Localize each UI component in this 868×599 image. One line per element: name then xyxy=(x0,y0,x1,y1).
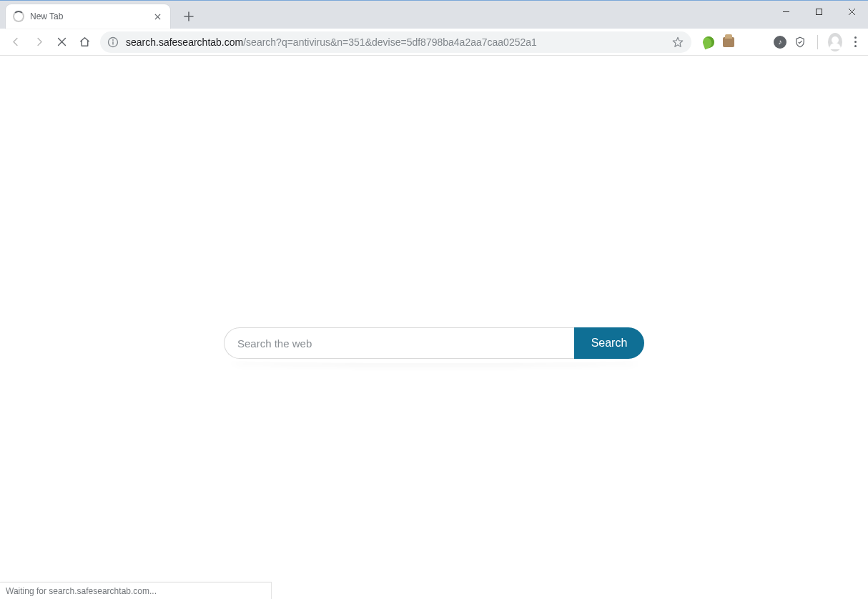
tab-title: New Tab xyxy=(30,11,152,21)
tab-strip: New Tab xyxy=(0,1,199,29)
url-host: search.safesearchtab.com xyxy=(126,36,243,48)
extension-music-icon[interactable]: ♪ xyxy=(773,35,787,49)
extension-green-icon[interactable] xyxy=(701,35,716,49)
window-controls xyxy=(769,1,868,22)
search-button[interactable]: Search xyxy=(574,327,644,359)
window-close-button[interactable] xyxy=(835,1,868,22)
status-text: Waiting for search.safesearchtab.com... xyxy=(6,586,157,596)
extensions-area: ♪ xyxy=(697,35,862,49)
extension-shield-icon[interactable] xyxy=(793,35,807,49)
titlebar: New Tab xyxy=(0,0,868,29)
site-info-icon[interactable] xyxy=(107,36,119,48)
svg-point-2 xyxy=(112,39,114,41)
window-maximize-button[interactable] xyxy=(802,1,835,22)
nav-back-button[interactable] xyxy=(6,32,26,52)
new-tab-button[interactable] xyxy=(179,6,199,26)
browser-tab[interactable]: New Tab xyxy=(6,4,170,29)
svg-rect-0 xyxy=(816,9,822,14)
tab-close-button[interactable] xyxy=(152,11,163,22)
nav-home-button[interactable] xyxy=(74,32,94,52)
status-bar: Waiting for search.safesearchtab.com... xyxy=(0,582,272,599)
extension-box-icon[interactable] xyxy=(721,35,736,49)
search-input[interactable] xyxy=(224,327,574,359)
url-path: /search?q=antivirus&n=351&devise=5df8798… xyxy=(243,36,537,48)
toolbar: search.safesearchtab.com/search?q=antivi… xyxy=(0,29,868,56)
loading-spinner-icon xyxy=(13,11,24,22)
bookmark-star-icon[interactable] xyxy=(671,36,684,49)
search-box: Search xyxy=(224,327,644,359)
toolbar-divider xyxy=(817,35,818,49)
profile-button[interactable] xyxy=(828,35,842,49)
nav-stop-button[interactable] xyxy=(51,32,71,52)
window-minimize-button[interactable] xyxy=(769,1,802,22)
page-content: Search Waiting for search.safesearchtab.… xyxy=(0,56,868,599)
svg-rect-3 xyxy=(112,41,113,45)
address-bar[interactable]: search.safesearchtab.com/search?q=antivi… xyxy=(100,31,691,53)
chrome-menu-button[interactable] xyxy=(848,35,862,49)
nav-forward-button[interactable] xyxy=(29,32,49,52)
